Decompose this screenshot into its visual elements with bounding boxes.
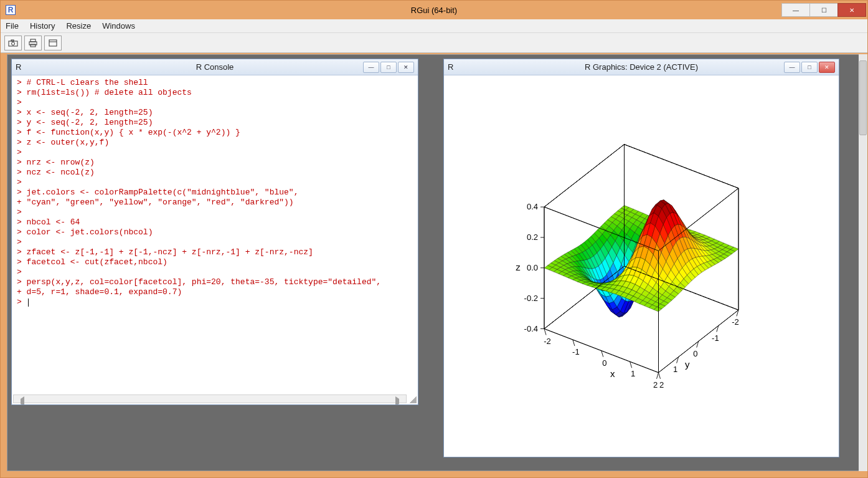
window-icon [49,39,57,47]
graphics-title: R Graphics: Device 2 (ACTIVE) [585,62,698,72]
svg-text:-2: -2 [544,337,551,346]
graphics-window[interactable]: R R Graphics: Device 2 (ACTIVE) ― □ ✕ -0… [443,59,839,457]
toolbar [1,33,867,53]
app-title: RGui (64-bit) [411,6,457,15]
persp-plot: -0.4-0.20.00.20.4z-2-1012x-2-1012y [444,75,839,457]
svg-text:z: z [516,262,521,272]
camera-icon [8,39,18,47]
svg-text:0.2: 0.2 [527,232,538,242]
svg-line-23 [544,329,658,373]
svg-line-35 [544,145,624,207]
svg-line-55 [630,361,632,368]
printer-icon [28,39,38,47]
svg-text:1: 1 [673,365,677,374]
console-close-button[interactable]: ✕ [398,62,414,73]
svg-line-68 [657,373,659,379]
svg-text:-1: -1 [712,333,719,343]
svg-text:0: 0 [693,349,697,358]
console-icon: R [16,62,21,72]
console-minimize-button[interactable]: ― [363,62,379,73]
graphics-minimize-button[interactable]: ― [784,62,800,73]
resize-grip[interactable] [408,394,417,403]
horizontal-scrollbar[interactable] [13,394,407,403]
app-window: R RGui (64-bit) — ☐ ✕ File History Resiz… [0,0,868,478]
menu-file[interactable]: File [6,21,19,31]
svg-point-2 [12,42,15,45]
graphics-icon: R [448,62,453,72]
svg-rect-6 [49,40,57,46]
mdi-client-area: R R Console ― □ ✕ > # CTRL-L clears the … [7,54,861,471]
svg-text:2: 2 [659,380,664,390]
svg-text:-2: -2 [732,317,739,327]
text-cursor [28,299,29,307]
scrollbar-thumb[interactable] [859,60,867,135]
print-button[interactable] [24,36,42,50]
camera-button[interactable] [4,36,22,50]
svg-text:0.0: 0.0 [527,263,538,272]
menu-resize[interactable]: Resize [66,21,91,31]
maximize-button[interactable]: ☐ [809,3,838,17]
menubar: File History Resize Windows [1,19,867,33]
svg-text:-1: -1 [572,347,580,356]
svg-text:-0.4: -0.4 [524,324,538,333]
graphics-maximize-button[interactable]: □ [801,62,818,73]
svg-text:0.4: 0.4 [527,202,538,211]
svg-line-53 [601,351,603,357]
svg-line-51 [573,340,575,346]
svg-text:0: 0 [602,358,606,368]
svg-rect-1 [11,40,14,41]
svg-line-57 [659,373,661,379]
svg-text:x: x [610,368,615,379]
console-titlebar[interactable]: R R Console ― □ ✕ [12,59,418,75]
console-window[interactable]: R R Console ― □ ✕ > # CTRL-L clears the … [11,59,418,405]
menu-history[interactable]: History [30,21,55,31]
graphics-canvas: -0.4-0.20.00.20.4z-2-1012x-2-1012y [444,75,839,457]
app-titlebar[interactable]: R RGui (64-bit) — ☐ ✕ [1,1,867,19]
minimize-button[interactable]: — [781,3,810,17]
svg-text:-0.2: -0.2 [524,294,538,303]
window-controls: — ☐ ✕ [782,3,866,17]
svg-text:2: 2 [653,380,658,390]
graphics-titlebar[interactable]: R R Graphics: Device 2 (ACTIVE) ― □ ✕ [444,59,839,75]
close-button[interactable]: ✕ [837,3,866,17]
outer-vertical-scrollbar[interactable] [859,54,867,471]
console-title: R Console [196,62,234,72]
svg-rect-4 [31,39,35,42]
window-button[interactable] [44,36,62,50]
app-icon: R [6,5,16,15]
console-maximize-button[interactable]: □ [380,62,397,73]
svg-line-49 [544,329,546,335]
console-output[interactable]: > # CTRL-L clears the shell > rm(list=ls… [12,75,418,404]
svg-text:1: 1 [631,369,635,378]
svg-text:y: y [685,359,690,370]
graphics-close-button[interactable]: ✕ [819,62,835,73]
menu-windows[interactable]: Windows [102,21,135,31]
